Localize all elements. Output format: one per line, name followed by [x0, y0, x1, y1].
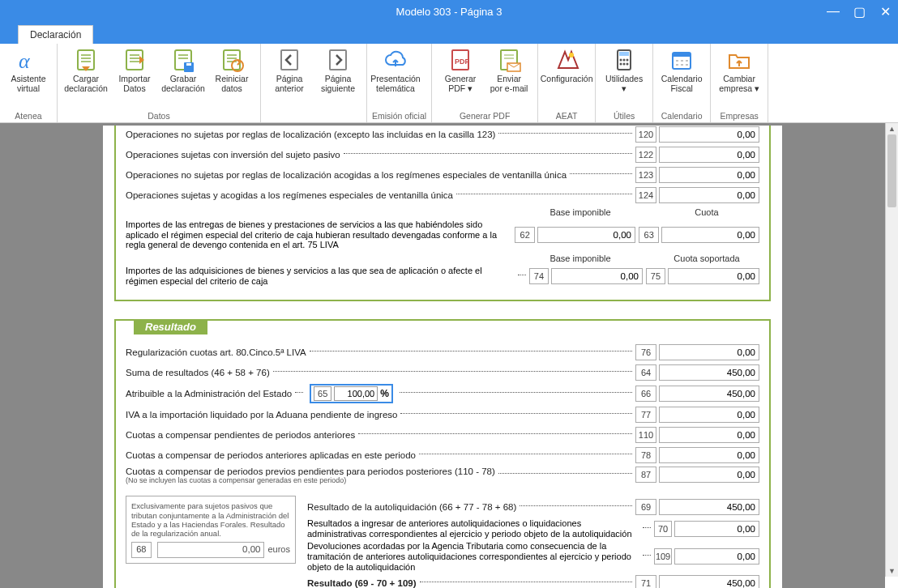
cell-num-87: 87: [635, 467, 656, 483]
cell-num-76: 76: [635, 344, 656, 360]
ribbon-group: ConfiguraciónAEAT: [538, 44, 596, 122]
ribbon-group: αAsistentevirtualAtenea: [0, 44, 58, 122]
cell-num-123: 123: [635, 167, 656, 183]
cell-val-109[interactable]: 0,00: [674, 548, 759, 565]
cell-val-68[interactable]: 0,00: [157, 542, 265, 558]
ribbon-cloud-up[interactable]: Presentacióntelemática: [372, 45, 419, 95]
ribbon-group: Cambiarempresa ▾Empresas: [711, 44, 768, 122]
ribbon-group: PáginaanteriorPáginasiguiente: [261, 44, 367, 122]
aeat-icon: [554, 47, 579, 73]
ribbon-label: GenerarPDF ▾: [445, 75, 477, 93]
ribbon-page-next[interactable]: Páginasiguiente: [314, 45, 361, 95]
ribbon-doc-reset[interactable]: Reiniciardatos: [208, 45, 255, 95]
cell-val-120[interactable]: 0,00: [659, 126, 759, 143]
ribbon-group: CargardeclaraciónImportarDatosGrabardecl…: [58, 44, 261, 122]
form-row: Resultados a ingresar de anteriores auto…: [307, 518, 759, 539]
cell-num-64: 64: [635, 364, 656, 381]
svg-rect-5: [186, 63, 191, 66]
ribbon-calendar[interactable]: CalendarioFiscal: [658, 45, 705, 95]
ribbon-label: Presentacióntelemática: [370, 75, 420, 93]
ribbon-aeat[interactable]: Configuración: [543, 45, 590, 86]
svg-rect-9: [330, 50, 346, 70]
row-label: Operaciones no sujetas por reglas de loc…: [126, 170, 567, 180]
cell-val-71[interactable]: 450,00: [659, 575, 759, 588]
scroll-down-icon[interactable]: ▼: [886, 565, 898, 577]
cell-val-70[interactable]: 0,00: [674, 521, 759, 537]
cell-val-76[interactable]: 0,00: [659, 344, 759, 360]
cell-val-87[interactable]: 0,00: [659, 467, 759, 483]
ribbon-calc[interactable]: Utilidades▾: [601, 45, 648, 95]
minimize-button[interactable]: —: [820, 0, 846, 23]
scroll-up-icon[interactable]: ▲: [886, 123, 898, 134]
cell-val-64[interactable]: 450,00: [659, 364, 759, 381]
doc-load-icon: [73, 47, 99, 73]
row-label-74: Importes de las adquisiciones de bienes …: [126, 266, 515, 286]
cell-val-78[interactable]: 0,00: [659, 447, 759, 463]
svg-point-20: [620, 63, 622, 66]
cell-val-62[interactable]: 0,00: [537, 227, 635, 243]
label-87: Cuotas a compensar de periodos previos p…: [126, 467, 495, 476]
ribbon-group-title: Emisión oficial: [372, 111, 426, 122]
cell-val-110[interactable]: 0,00: [659, 427, 759, 443]
row-label: Resultado (69 - 70 + 109): [307, 578, 417, 588]
vertical-scrollbar[interactable]: ▲ ▼: [885, 123, 898, 577]
row-label: Cuotas a compensar de periodos anteriore…: [126, 450, 416, 460]
ribbon-alpha[interactable]: αAsistentevirtual: [5, 45, 52, 95]
form-row: Cuotas a compensar pendientes de periodo…: [126, 426, 759, 444]
close-button[interactable]: ✕: [872, 0, 898, 23]
form-row: Operaciones no sujetas por reglas de loc…: [126, 126, 759, 143]
estado-text: Exclusivamente para sujetos pasivos que …: [131, 501, 290, 539]
ribbon-label: Utilidades▾: [605, 75, 643, 93]
ribbon-label: Cambiarempresa ▾: [719, 75, 759, 93]
cell-num-66: 66: [635, 386, 656, 402]
ribbon-label: CalendarioFiscal: [661, 75, 703, 93]
cell-num-75: 75: [646, 268, 665, 284]
ribbon-folder-up[interactable]: Cambiarempresa ▾: [716, 45, 763, 95]
cell-num-63: 63: [639, 227, 659, 243]
cell-val-75[interactable]: 0,00: [668, 268, 759, 284]
cell-val-74[interactable]: 0,00: [551, 268, 643, 284]
ribbon-label: Páginasiguiente: [321, 75, 355, 93]
form-row: Resultado de la autoliquidación (66 + 77…: [307, 498, 759, 516]
ribbon-doc-import[interactable]: ImportarDatos: [111, 45, 158, 95]
row-label: Operaciones no sujetas por reglas de loc…: [126, 130, 495, 139]
ribbon-group: Utilidades▾Útiles: [596, 44, 653, 122]
cell-val-124[interactable]: 0,00: [659, 187, 759, 203]
ribbon-group: PresentacióntelemáticaEmisión oficial: [367, 44, 432, 122]
mail-icon: [496, 47, 522, 73]
cell-val-66[interactable]: 450,00: [659, 386, 759, 402]
estado-box: Exclusivamente para sujetos pasivos que …: [126, 496, 296, 564]
form-row-62: Importes de las entregas de bienes y pre…: [126, 219, 759, 250]
cell-val-77[interactable]: 0,00: [659, 407, 759, 423]
ribbon-group-title: Empresas: [716, 111, 763, 122]
cell-val-63[interactable]: 0,00: [661, 227, 759, 243]
cell-val-65[interactable]: 100,00: [334, 386, 378, 401]
cell-num-110: 110: [635, 427, 656, 443]
scroll-thumb[interactable]: [887, 134, 896, 207]
form-row: Resultado (69 - 70 + 109) 71 450,00: [307, 574, 759, 588]
tab-declaracion[interactable]: Declaración: [18, 25, 93, 44]
cell-val-123[interactable]: 0,00: [659, 167, 759, 183]
ribbon-page-prev[interactable]: Páginaanterior: [266, 45, 313, 95]
ribbon-label: Páginaanterior: [275, 75, 304, 93]
ribbon-mail[interactable]: Enviarpor e-mail: [485, 45, 532, 95]
maximize-button[interactable]: ▢: [846, 0, 872, 23]
cell-num-78: 78: [635, 447, 656, 463]
ribbon-doc-load[interactable]: Cargardeclaración: [62, 45, 109, 95]
cell-val-69[interactable]: 450,00: [659, 499, 759, 515]
svg-point-22: [626, 63, 629, 66]
row-label-62: Importes de las entregas de bienes y pre…: [126, 219, 515, 250]
row-label: IVA a la importación liquidado por la Ad…: [126, 410, 397, 420]
svg-text:PDF: PDF: [455, 58, 470, 66]
cell-val-122[interactable]: 0,00: [659, 147, 759, 163]
cloud-up-icon: [383, 47, 408, 73]
row-label: Suma de resultados (46 + 58 + 76): [126, 368, 270, 377]
svg-point-18: [623, 59, 626, 62]
ribbon-doc-save[interactable]: Grabardeclaración: [160, 45, 207, 95]
section-resultado: Resultado Regularización cuotas art. 80.…: [114, 319, 771, 588]
ribbon-pdf[interactable]: PDFGenerarPDF ▾: [437, 45, 484, 95]
cell-num-70: 70: [654, 521, 672, 537]
ribbon-label: ImportarDatos: [118, 75, 150, 93]
svg-rect-16: [619, 52, 629, 56]
svg-point-21: [623, 63, 626, 66]
